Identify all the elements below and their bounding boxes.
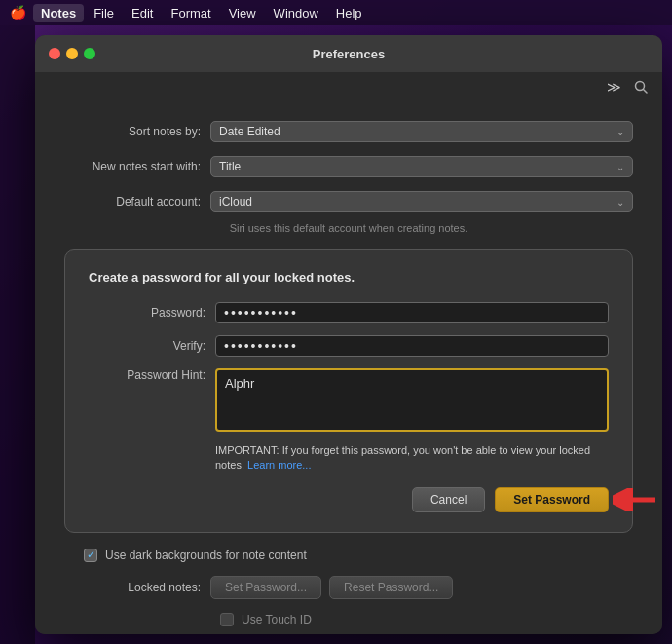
touch-id-hint: To use Touch ID in addition to the passw… [220,632,512,634]
verify-label: Verify: [89,339,205,353]
password-input[interactable] [215,302,609,323]
locked-set-password-button: Set Password... [210,576,321,599]
chevron-down-icon: ⌄ [616,162,624,172]
important-text: IMPORTANT: If you forget this password, … [215,443,609,474]
dark-bg-label: Use dark backgrounds for note content [105,549,307,562]
default-account-row: Default account: iCloud ⌄ [64,191,633,212]
minimize-button[interactable] [66,48,78,59]
dialog-title: Create a password for all your locked no… [89,270,609,284]
touch-id-row: Use Touch ID [220,613,633,626]
apple-menu-icon[interactable]: 🍎 [8,3,27,22]
titlebar: Preferences [35,35,662,72]
locked-reset-password-button: Reset Password... [329,576,453,599]
traffic-lights [49,48,95,59]
dark-bg-checkbox[interactable]: ✓ [84,549,97,562]
red-arrow-indicator [613,488,659,511]
new-notes-row: New notes start with: Title ⌄ [64,156,633,177]
chevron-down-icon: ⌄ [616,127,624,137]
window-title: Preferences [313,47,385,61]
menu-item-format[interactable]: Format [163,4,218,22]
siri-hint: Siri uses this default account when crea… [64,222,633,234]
touch-id-checkbox [220,613,234,626]
prefs-content: Sort notes by: Date Edited ⌄ New notes s… [35,101,662,634]
password-label: Password: [89,306,205,320]
verify-input[interactable] [215,335,609,357]
menu-bar: 🍎 Notes File Edit Format View Window Hel… [0,0,672,25]
menu-item-edit[interactable]: Edit [124,4,161,22]
menu-item-help[interactable]: Help [328,4,370,22]
locked-notes-label: Locked notes: [64,581,201,594]
default-account-label: Default account: [64,195,201,208]
hint-label: Password Hint: [89,368,205,382]
password-dialog: Create a password for all your locked no… [64,249,633,533]
sort-notes-label: Sort notes by: [64,125,201,138]
search-icon[interactable] [627,76,654,97]
hint-row: Password Hint: Alphr [89,368,609,432]
close-button[interactable] [49,48,60,59]
main-area: Preferences ≫ Sort notes by: Date Edited… [0,25,672,644]
sidebar-toggle-icon[interactable]: ≫ [600,76,627,97]
default-account-select[interactable]: iCloud ⌄ [210,191,633,212]
new-notes-select[interactable]: Title ⌄ [210,156,633,177]
dark-bg-row: ✓ Use dark backgrounds for note content [64,549,633,562]
chevron-down-icon: ⌄ [616,197,624,208]
svg-line-1 [644,90,648,94]
sidebar-strip [0,25,35,644]
menu-item-file[interactable]: File [86,4,122,22]
checkmark-icon: ✓ [87,549,95,561]
preferences-window: Preferences ≫ Sort notes by: Date Edited… [35,35,662,634]
learn-more-link[interactable]: Learn more... [247,459,311,471]
touch-id-section: Use Touch ID To use Touch ID in addition… [64,613,633,634]
locked-notes-row: Locked notes: Set Password... Reset Pass… [64,576,633,599]
dialog-buttons: Cancel Set Password [89,487,609,512]
password-row: Password: [89,302,609,323]
maximize-button[interactable] [84,48,95,59]
set-password-button[interactable]: Set Password [495,487,609,512]
menu-item-view[interactable]: View [221,4,264,22]
menu-item-notes[interactable]: Notes [33,4,84,22]
hint-textarea[interactable]: Alphr [215,368,609,432]
new-notes-label: New notes start with: [64,160,201,173]
touch-id-label: Use Touch ID [242,613,312,626]
verify-row: Verify: [89,335,609,357]
menu-item-window[interactable]: Window [266,4,326,22]
sort-notes-row: Sort notes by: Date Edited ⌄ [64,121,633,142]
cancel-button[interactable]: Cancel [412,487,485,512]
sort-notes-select[interactable]: Date Edited ⌄ [210,121,633,142]
